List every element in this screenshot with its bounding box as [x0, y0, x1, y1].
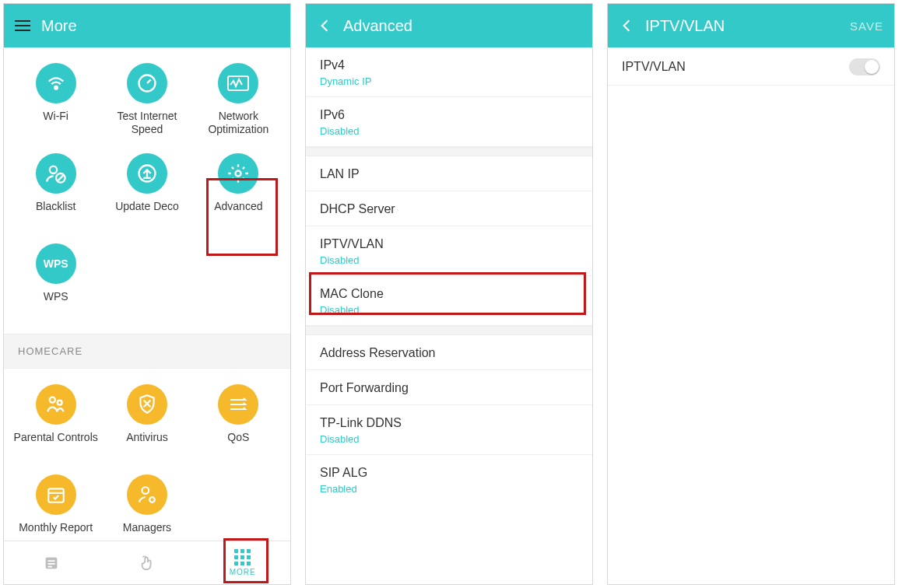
header: IPTV/VLAN SAVE	[608, 4, 894, 47]
section-homecare: HOMECARE	[4, 334, 290, 369]
section-gap	[306, 326, 592, 335]
svg-point-15	[149, 497, 155, 502]
tile-wifi[interactable]: Wi-Fi	[10, 63, 101, 136]
svg-point-9	[236, 171, 241, 177]
svg-point-14	[142, 487, 149, 494]
homecare-grid: Parental Controls Antivirus QoS Monthly …	[4, 369, 290, 541]
svg-rect-19	[48, 565, 52, 567]
advanced-list: IPv4 Dynamic IP IPv6 Disabled LAN IP DHC…	[306, 47, 592, 584]
waveform-icon	[218, 63, 258, 103]
screen-iptv: IPTV/VLAN SAVE IPTV/VLAN	[607, 3, 895, 585]
tile-label: Test Internet Speed	[104, 110, 190, 136]
calendar-icon	[36, 474, 76, 515]
hamburger-icon[interactable]	[15, 20, 30, 31]
row-label: TP-Link DDNS	[320, 416, 578, 430]
row-macclone[interactable]: MAC Clone Disabled	[306, 276, 592, 326]
row-iptv-vlan[interactable]: IPTV/VLAN Disabled	[306, 226, 592, 276]
row-ddns[interactable]: TP-Link DDNS Disabled	[306, 405, 592, 455]
grid-icon	[234, 549, 251, 565]
row-lanip[interactable]: LAN IP	[306, 156, 592, 191]
tile-managers[interactable]: Managers	[101, 474, 192, 541]
save-button[interactable]: SAVE	[850, 19, 883, 33]
tile-label: Network Optimization	[195, 110, 281, 136]
row-address-res[interactable]: Address Reservation	[306, 335, 592, 370]
tile-label: Parental Controls	[14, 431, 98, 457]
gauge-icon	[127, 63, 167, 103]
tile-label: Monthly Report	[19, 521, 93, 541]
tile-speedtest[interactable]: Test Internet Speed	[101, 63, 192, 136]
page-title: IPTV/VLAN	[645, 17, 725, 35]
row-label: IPv4	[320, 58, 578, 72]
back-icon[interactable]	[619, 18, 634, 33]
section-gap	[306, 147, 592, 156]
row-iptv-toggle: IPTV/VLAN	[608, 47, 894, 86]
svg-point-11	[57, 401, 61, 405]
tile-blacklist[interactable]: Blacklist	[10, 153, 101, 226]
row-sipalg[interactable]: SIP ALG Enabled	[306, 455, 592, 504]
row-label: DHCP Server	[320, 202, 578, 216]
page-title: Advanced	[343, 17, 412, 35]
row-label: IPTV/VLAN	[320, 237, 578, 251]
row-label: MAC Clone	[320, 287, 578, 301]
svg-point-0	[54, 86, 58, 89]
tile-qos[interactable]: QoS	[193, 384, 284, 457]
tile-label: WPS	[44, 290, 68, 317]
row-sub: Disabled	[320, 254, 578, 266]
svg-line-6	[58, 175, 63, 180]
svg-point-10	[49, 397, 54, 403]
tile-update[interactable]: Update Deco	[101, 153, 192, 226]
row-port-fwd[interactable]: Port Forwarding	[306, 370, 592, 405]
row-label: IPTV/VLAN	[622, 60, 686, 74]
wps-icon: WPS	[36, 243, 76, 284]
user-block-icon	[36, 153, 76, 194]
iptv-content: IPTV/VLAN	[608, 47, 894, 584]
tile-label: Update Deco	[115, 200, 179, 226]
tile-label: Advanced	[214, 200, 262, 226]
svg-rect-17	[48, 560, 55, 562]
header: Advanced	[306, 4, 592, 47]
header: More	[4, 4, 290, 47]
svg-point-4	[49, 166, 56, 173]
bottom-tabbar: MORE	[4, 541, 290, 584]
row-sub: Disabled	[320, 304, 578, 316]
row-ipv4[interactable]: IPv4 Dynamic IP	[306, 47, 592, 97]
tile-report[interactable]: Monthly Report	[10, 474, 101, 541]
qos-icon	[218, 384, 258, 425]
row-label: IPv6	[320, 108, 578, 122]
page-title: More	[41, 17, 77, 35]
parental-icon	[36, 384, 76, 425]
tab-label: MORE	[230, 568, 256, 576]
svg-line-2	[147, 79, 151, 83]
row-label: Address Reservation	[320, 346, 578, 360]
tools-grid: Wi-Fi Test Internet Speed Network Optimi…	[4, 47, 290, 334]
tile-antivirus[interactable]: Antivirus	[101, 384, 192, 457]
toggle-iptv[interactable]	[849, 58, 880, 75]
svg-rect-12	[48, 488, 64, 502]
tile-wps[interactable]: WPS WPS	[10, 243, 101, 317]
wifi-icon	[36, 63, 76, 103]
tile-netopt[interactable]: Network Optimization	[193, 63, 284, 136]
more-content: Wi-Fi Test Internet Speed Network Optimi…	[4, 47, 290, 541]
screen-advanced: Advanced IPv4 Dynamic IP IPv6 Disabled L…	[305, 3, 593, 585]
row-sub: Dynamic IP	[320, 75, 578, 87]
tile-parental[interactable]: Parental Controls	[10, 384, 101, 457]
tile-label: Blacklist	[36, 200, 75, 226]
tab-overview[interactable]	[28, 555, 75, 572]
row-sub: Disabled	[320, 433, 578, 445]
tile-label: Antivirus	[126, 431, 168, 457]
row-dhcp[interactable]: DHCP Server	[306, 191, 592, 226]
managers-icon	[127, 474, 167, 515]
tab-more[interactable]: MORE	[219, 549, 266, 576]
shield-icon	[127, 384, 167, 425]
tab-tap[interactable]	[124, 555, 170, 572]
screen-more: More Wi-Fi Test Internet Speed Netw	[3, 3, 291, 585]
row-ipv6[interactable]: IPv6 Disabled	[306, 97, 592, 147]
tile-label: Managers	[123, 521, 171, 541]
row-sub: Disabled	[320, 125, 578, 137]
gear-icon	[218, 153, 258, 194]
tile-advanced[interactable]: Advanced	[193, 153, 284, 226]
row-sub: Enabled	[320, 483, 578, 495]
row-label: SIP ALG	[320, 466, 578, 480]
back-icon[interactable]	[317, 18, 332, 33]
tile-label: Wi-Fi	[43, 110, 68, 136]
